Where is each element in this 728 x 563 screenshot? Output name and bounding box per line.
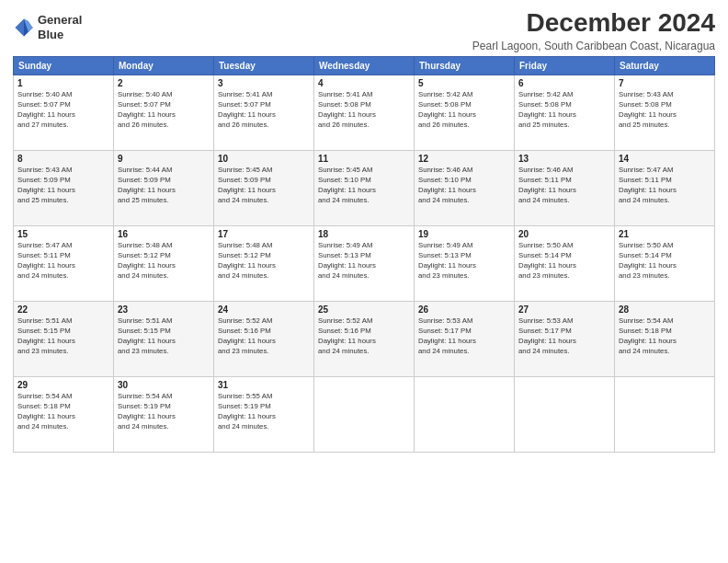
calendar-cell — [515, 376, 615, 452]
calendar-cell: 6Sunrise: 5:42 AMSunset: 5:08 PMDaylight… — [515, 75, 615, 150]
day-info: Sunrise: 5:42 AMSunset: 5:08 PMDaylight:… — [418, 90, 510, 131]
day-number: 20 — [518, 229, 610, 239]
calendar-week-1: 1Sunrise: 5:40 AMSunset: 5:07 PMDaylight… — [14, 75, 715, 150]
day-number: 14 — [619, 154, 711, 164]
day-info: Sunrise: 5:44 AMSunset: 5:09 PMDaylight:… — [118, 166, 210, 206]
calendar-cell: 18Sunrise: 5:49 AMSunset: 5:13 PMDayligh… — [314, 225, 415, 301]
day-number: 26 — [418, 304, 510, 315]
day-number: 12 — [418, 154, 510, 164]
col-friday: Friday — [515, 56, 615, 75]
calendar-cell: 23Sunrise: 5:51 AMSunset: 5:15 PMDayligh… — [114, 301, 214, 376]
calendar-cell: 30Sunrise: 5:54 AMSunset: 5:19 PMDayligh… — [114, 376, 214, 452]
day-info: Sunrise: 5:49 AMSunset: 5:13 PMDaylight:… — [318, 241, 410, 282]
calendar-table: Sunday Monday Tuesday Wednesday Thursday… — [13, 56, 715, 453]
day-number: 10 — [218, 154, 310, 164]
month-title: December 2024 — [472, 9, 715, 38]
logo-line2: Blue — [38, 28, 82, 42]
day-number: 23 — [118, 304, 210, 315]
col-wednesday: Wednesday — [314, 56, 415, 75]
col-thursday: Thursday — [415, 56, 515, 75]
calendar-cell: 20Sunrise: 5:50 AMSunset: 5:14 PMDayligh… — [515, 225, 615, 301]
day-info: Sunrise: 5:50 AMSunset: 5:14 PMDaylight:… — [619, 241, 711, 282]
calendar-cell — [314, 376, 415, 452]
day-info: Sunrise: 5:40 AMSunset: 5:07 PMDaylight:… — [17, 90, 109, 131]
calendar-cell: 19Sunrise: 5:49 AMSunset: 5:13 PMDayligh… — [415, 225, 515, 301]
day-number: 22 — [17, 304, 109, 315]
day-number: 19 — [418, 229, 510, 239]
day-number: 8 — [17, 154, 109, 164]
col-saturday: Saturday — [615, 56, 715, 75]
day-info: Sunrise: 5:43 AMSunset: 5:08 PMDaylight:… — [619, 90, 711, 131]
day-info: Sunrise: 5:50 AMSunset: 5:14 PMDaylight:… — [518, 241, 610, 282]
location-title: Pearl Lagoon, South Caribbean Coast, Nic… — [472, 40, 715, 52]
day-number: 1 — [17, 78, 109, 88]
day-info: Sunrise: 5:41 AMSunset: 5:07 PMDaylight:… — [218, 90, 310, 131]
day-number: 30 — [118, 380, 210, 390]
day-info: Sunrise: 5:51 AMSunset: 5:15 PMDaylight:… — [118, 316, 210, 357]
logo-line1: General — [38, 13, 82, 28]
calendar-cell: 9Sunrise: 5:44 AMSunset: 5:09 PMDaylight… — [114, 150, 214, 225]
day-info: Sunrise: 5:45 AMSunset: 5:09 PMDaylight:… — [218, 166, 310, 206]
day-info: Sunrise: 5:45 AMSunset: 5:10 PMDaylight:… — [318, 166, 410, 206]
page: General Blue December 2024 Pearl Lagoon,… — [0, 0, 728, 563]
calendar-cell: 27Sunrise: 5:53 AMSunset: 5:17 PMDayligh… — [515, 301, 615, 376]
day-number: 13 — [518, 154, 610, 164]
logo: General Blue — [13, 13, 82, 41]
title-block: December 2024 Pearl Lagoon, South Caribb… — [472, 9, 715, 52]
day-info: Sunrise: 5:54 AMSunset: 5:18 PMDaylight:… — [619, 316, 711, 357]
day-info: Sunrise: 5:46 AMSunset: 5:11 PMDaylight:… — [518, 166, 610, 206]
calendar-cell: 10Sunrise: 5:45 AMSunset: 5:09 PMDayligh… — [214, 150, 314, 225]
day-number: 9 — [118, 154, 210, 164]
calendar-cell: 31Sunrise: 5:55 AMSunset: 5:19 PMDayligh… — [214, 376, 314, 452]
day-number: 18 — [318, 229, 410, 239]
day-number: 28 — [619, 304, 711, 315]
header: General Blue December 2024 Pearl Lagoon,… — [13, 9, 715, 52]
calendar-week-5: 29Sunrise: 5:54 AMSunset: 5:18 PMDayligh… — [14, 376, 715, 452]
calendar-cell: 4Sunrise: 5:41 AMSunset: 5:08 PMDaylight… — [314, 75, 415, 150]
calendar-body: 1Sunrise: 5:40 AMSunset: 5:07 PMDaylight… — [14, 75, 715, 452]
calendar-cell: 11Sunrise: 5:45 AMSunset: 5:10 PMDayligh… — [314, 150, 415, 225]
day-number: 15 — [17, 229, 109, 239]
day-info: Sunrise: 5:52 AMSunset: 5:16 PMDaylight:… — [318, 316, 410, 357]
day-number: 17 — [218, 229, 310, 239]
calendar-cell: 24Sunrise: 5:52 AMSunset: 5:16 PMDayligh… — [214, 301, 314, 376]
calendar-cell — [415, 376, 515, 452]
day-info: Sunrise: 5:51 AMSunset: 5:15 PMDaylight:… — [17, 316, 109, 357]
calendar-cell: 3Sunrise: 5:41 AMSunset: 5:07 PMDaylight… — [214, 75, 314, 150]
col-sunday: Sunday — [14, 56, 114, 75]
calendar-cell: 7Sunrise: 5:43 AMSunset: 5:08 PMDaylight… — [615, 75, 715, 150]
day-number: 3 — [218, 78, 310, 88]
calendar-cell: 13Sunrise: 5:46 AMSunset: 5:11 PMDayligh… — [515, 150, 615, 225]
calendar-header: Sunday Monday Tuesday Wednesday Thursday… — [14, 56, 715, 75]
day-info: Sunrise: 5:41 AMSunset: 5:08 PMDaylight:… — [318, 90, 410, 131]
day-info: Sunrise: 5:48 AMSunset: 5:12 PMDaylight:… — [118, 241, 210, 282]
day-info: Sunrise: 5:42 AMSunset: 5:08 PMDaylight:… — [518, 90, 610, 131]
logo-icon — [13, 17, 35, 39]
day-info: Sunrise: 5:47 AMSunset: 5:11 PMDaylight:… — [619, 166, 711, 206]
calendar-week-3: 15Sunrise: 5:47 AMSunset: 5:11 PMDayligh… — [14, 225, 715, 301]
day-number: 29 — [17, 380, 109, 390]
calendar-cell: 25Sunrise: 5:52 AMSunset: 5:16 PMDayligh… — [314, 301, 415, 376]
day-info: Sunrise: 5:54 AMSunset: 5:18 PMDaylight:… — [17, 392, 109, 432]
day-number: 4 — [318, 78, 410, 88]
day-info: Sunrise: 5:40 AMSunset: 5:07 PMDaylight:… — [118, 90, 210, 131]
day-number: 31 — [218, 380, 310, 390]
calendar-cell: 1Sunrise: 5:40 AMSunset: 5:07 PMDaylight… — [14, 75, 114, 150]
calendar-cell: 16Sunrise: 5:48 AMSunset: 5:12 PMDayligh… — [114, 225, 214, 301]
header-row: Sunday Monday Tuesday Wednesday Thursday… — [14, 56, 715, 75]
calendar-cell — [615, 376, 715, 452]
day-number: 11 — [318, 154, 410, 164]
calendar-cell: 26Sunrise: 5:53 AMSunset: 5:17 PMDayligh… — [415, 301, 515, 376]
day-number: 25 — [318, 304, 410, 315]
calendar-cell: 22Sunrise: 5:51 AMSunset: 5:15 PMDayligh… — [14, 301, 114, 376]
day-number: 21 — [619, 229, 711, 239]
day-number: 5 — [418, 78, 510, 88]
day-number: 6 — [518, 78, 610, 88]
calendar-cell: 17Sunrise: 5:48 AMSunset: 5:12 PMDayligh… — [214, 225, 314, 301]
day-number: 27 — [518, 304, 610, 315]
day-info: Sunrise: 5:55 AMSunset: 5:19 PMDaylight:… — [218, 392, 310, 432]
day-number: 2 — [118, 78, 210, 88]
calendar-cell: 15Sunrise: 5:47 AMSunset: 5:11 PMDayligh… — [14, 225, 114, 301]
day-number: 7 — [619, 78, 711, 88]
calendar-week-4: 22Sunrise: 5:51 AMSunset: 5:15 PMDayligh… — [14, 301, 715, 376]
